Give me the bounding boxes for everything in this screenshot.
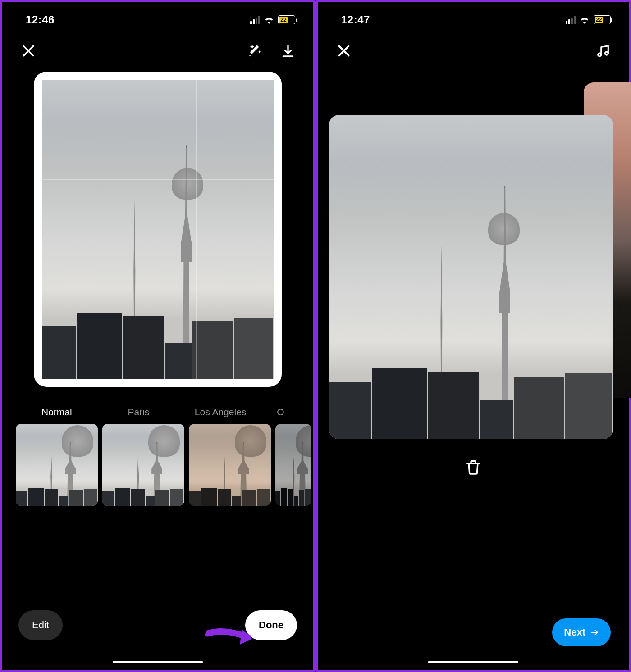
filter-label-partial[interactable]: O [261,407,300,418]
editor-bottom-bar: Edit Done [2,610,313,640]
battery-icon: 22 [594,15,611,24]
svg-point-1 [605,52,608,55]
wifi-icon [579,16,590,24]
filter-thumb-partial[interactable] [275,424,311,506]
svg-point-0 [598,53,601,56]
next-button[interactable]: Next [552,618,611,646]
next-button-label: Next [564,627,585,638]
download-icon[interactable] [281,44,295,60]
edit-button[interactable]: Edit [18,610,63,640]
filter-label-normal[interactable]: Normal [16,407,98,418]
home-indicator[interactable] [428,661,518,663]
filter-labels-row: Normal Paris Los Angeles O [2,396,313,424]
cellular-icon [250,16,260,24]
editor-top-bar [2,34,313,70]
status-bar: 12:46 22 [2,2,313,34]
status-icons: 22 [566,15,611,24]
wifi-icon [264,16,274,24]
status-icons: 22 [250,15,295,24]
cellular-icon [566,16,576,24]
arrow-right-icon [590,628,599,637]
filter-label-paris[interactable]: Paris [98,407,180,418]
battery-icon: 22 [278,15,295,24]
status-time: 12:47 [341,14,370,26]
filter-thumbnails[interactable] [2,424,313,506]
phone-left-editor: 12:46 22 [0,0,316,672]
filter-thumb-los-angeles[interactable] [189,424,271,506]
image-preview[interactable] [2,70,313,396]
phone-right-carousel: 12:47 22 [316,0,631,672]
filter-thumb-paris[interactable] [102,424,184,506]
status-time: 12:46 [26,14,55,26]
battery-level: 22 [595,17,603,23]
edited-photo [42,80,274,379]
filter-label-los-angeles[interactable]: Los Angeles [179,407,261,418]
carousel-current-photo[interactable] [329,115,613,439]
close-icon[interactable] [336,43,352,61]
magic-wand-icon[interactable] [247,43,263,60]
done-button[interactable]: Done [245,610,297,640]
trash-icon[interactable] [464,458,482,478]
carousel-top-bar [318,34,629,70]
photo-carousel[interactable] [318,74,629,507]
home-indicator[interactable] [113,661,203,663]
battery-level: 22 [279,17,288,23]
music-icon[interactable] [595,43,611,60]
status-bar: 12:47 22 [318,2,629,34]
filter-thumb-normal[interactable] [16,424,98,506]
close-icon[interactable] [20,43,37,61]
